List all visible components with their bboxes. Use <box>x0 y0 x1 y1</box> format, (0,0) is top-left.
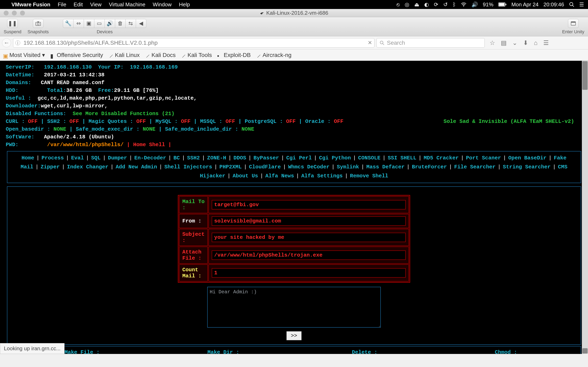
nav-port-scaner[interactable]: Port Scaner <box>466 155 501 161</box>
downloads-icon[interactable]: ⬇ <box>523 39 528 46</box>
tray-icon-1[interactable]: ⎋ <box>396 1 400 8</box>
nav-zipper[interactable]: Zipper <box>41 164 60 170</box>
nav-bc[interactable]: BC <box>173 155 180 161</box>
reader-icon[interactable]: ▤ <box>501 39 506 46</box>
bookmark-kali-docs[interactable]: ⟋ Kali Docs <box>145 52 176 58</box>
pwd-value[interactable]: /var/www/html/phpShells/ <box>47 142 124 148</box>
nav-console[interactable]: CONSOLE <box>358 155 380 161</box>
scrollbar-thumb[interactable] <box>582 61 588 90</box>
nav-home[interactable]: Home <box>21 155 34 161</box>
close-button[interactable] <box>4 11 8 16</box>
scrollbar-down-arrow[interactable] <box>582 348 588 353</box>
nav-alfa-news[interactable]: Alfa News <box>265 173 294 179</box>
disabled-link[interactable]: See More Disabled Functions (21) <box>73 111 175 117</box>
menu-vm[interactable]: Virtual Machine <box>109 1 145 8</box>
app-name[interactable]: VMware Fusion <box>11 1 50 8</box>
device-collapse-icon[interactable]: ◀ <box>136 19 146 28</box>
nav-ssi-shell[interactable]: SSI SHELL <box>388 155 416 161</box>
search-bar[interactable]: Search <box>377 38 485 48</box>
zoom-button[interactable] <box>20 11 25 16</box>
bookmark-kali-tools[interactable]: ⟋ Kali Tools <box>181 52 212 58</box>
stop-icon[interactable]: ✕ <box>368 40 372 46</box>
menubar-time[interactable]: 20:09:46 <box>544 1 564 8</box>
device-share-icon[interactable]: ⇆ <box>125 19 136 28</box>
device-network-icon[interactable]: ⇔ <box>73 19 84 28</box>
nav-bypasser[interactable]: ByPasser <box>253 155 279 161</box>
nav-about-us[interactable]: About Us <box>233 173 258 179</box>
nav-cgi-perl[interactable]: Cgi Perl <box>286 155 312 161</box>
home-icon[interactable]: ⌂ <box>534 39 538 46</box>
url-bar[interactable]: i 192.168.168.130/phpShells/ALFA.SHELL.V… <box>13 38 374 48</box>
bookmark-most-visited[interactable]: ▣ Most Visited ▾ <box>3 52 45 58</box>
nav-remove-shell[interactable]: Remove Shell <box>350 173 388 179</box>
tray-timemachine-icon[interactable]: ↺ <box>443 1 448 8</box>
nav-en-decoder[interactable]: En-Decoder <box>134 155 166 161</box>
nav-php2xml[interactable]: PHP2XML <box>219 164 242 170</box>
from-input[interactable] <box>212 216 406 226</box>
nav-zone-h[interactable]: ZONE-H <box>207 155 226 161</box>
mail-body-textarea[interactable] <box>207 287 381 328</box>
home-shell-link[interactable]: | Home Shell | <box>127 142 171 148</box>
nav-process[interactable]: Process <box>42 155 64 161</box>
nav-cloudflare[interactable]: CloudFlare <box>249 164 281 170</box>
minimize-button[interactable] <box>12 11 17 16</box>
suspend-button[interactable]: ❚❚ <box>7 19 18 28</box>
tray-icon-3[interactable]: ⏏ <box>414 1 419 8</box>
device-usb-icon[interactable]: 🗑 <box>115 19 126 28</box>
nav-index-changer[interactable]: Index Changer <box>67 164 109 170</box>
send-button[interactable]: >> <box>286 331 301 340</box>
nav-open-basedir[interactable]: Open BaseDir <box>508 155 546 161</box>
tray-bluetooth-icon[interactable]: ᛒ <box>453 1 456 8</box>
bookmark-aircrack-ng[interactable]: ⟋ Aircrack-ng <box>256 52 292 58</box>
nav-shell-injectors[interactable]: Shell Injectors <box>164 164 212 170</box>
menubar-date[interactable]: Mon Apr 24 <box>512 1 538 8</box>
tray-icon-5[interactable]: ⟳ <box>434 1 438 8</box>
menu-icon[interactable]: ☰ <box>579 1 584 8</box>
menu-view[interactable]: View <box>90 1 101 8</box>
nav-ddos[interactable]: DDOS <box>234 155 246 161</box>
nav-alfa-settings[interactable]: Alfa Settings <box>301 173 343 179</box>
vertical-scrollbar[interactable] <box>582 61 588 354</box>
pocket-icon[interactable]: ⌄ <box>512 39 517 46</box>
tray-icon-2[interactable]: ◎ <box>405 1 409 8</box>
bookmark-exploit-db[interactable]: ▪ Exploit-DB <box>217 52 251 58</box>
device-sound-icon[interactable]: 🔊 <box>105 19 115 28</box>
menu-help[interactable]: Help <box>179 1 190 8</box>
battery-icon[interactable] <box>498 2 506 7</box>
nav-mass-defacer[interactable]: Mass Defacer <box>366 164 404 170</box>
info-icon[interactable]: i <box>15 41 20 45</box>
device-disk-icon[interactable]: ▣ <box>84 19 94 28</box>
bookmark-offensive-security[interactable]: ▮ Offensive Security <box>50 52 103 58</box>
subject-input[interactable] <box>212 233 406 242</box>
snapshots-button[interactable] <box>33 19 43 28</box>
spotlight-icon[interactable] <box>569 2 574 7</box>
nav-file-searcher[interactable]: File Searcher <box>454 164 496 170</box>
nav-eval[interactable]: Eval <box>71 155 84 161</box>
tray-volume-icon[interactable]: 🔊 <box>471 1 478 8</box>
tray-icon-4[interactable]: ◐ <box>424 1 429 8</box>
nav-symlink[interactable]: Symlink <box>337 164 359 170</box>
menu-window[interactable]: Window <box>153 1 171 8</box>
menu-edit[interactable]: Edit <box>74 1 83 8</box>
hamburger-icon[interactable]: ☰ <box>543 39 549 46</box>
bookmark-star-icon[interactable]: ☆ <box>490 39 495 46</box>
device-display-icon[interactable]: ▭ <box>94 19 105 28</box>
device-settings-icon[interactable]: 🔧 <box>63 19 74 28</box>
enter-unity-button[interactable] <box>568 19 579 28</box>
nav-add-new-admin[interactable]: Add New Admin <box>116 164 157 170</box>
tray-wifi-icon[interactable] <box>461 2 467 7</box>
nav-ssh2[interactable]: SSH2 <box>187 155 200 161</box>
nav-cgi-python[interactable]: Cgi Python <box>319 155 351 161</box>
nav-md5-cracker[interactable]: MD5 Cracker <box>424 155 459 161</box>
nav-dumper[interactable]: Dumper <box>108 155 127 161</box>
nav-whmcs-decoder[interactable]: Whmcs DeCoder <box>288 164 329 170</box>
nav-string-searcher[interactable]: String Searcher <box>503 164 551 170</box>
back-button[interactable]: ← <box>2 38 11 47</box>
count-input[interactable] <box>212 268 406 278</box>
nav-sql[interactable]: SQL <box>91 155 101 161</box>
menu-file[interactable]: File <box>58 1 66 8</box>
bookmark-kali-linux[interactable]: ⟋ Kali Linux <box>109 52 140 58</box>
mailto-input[interactable] <box>212 200 406 209</box>
nav-bruteforcer[interactable]: BruteForcer <box>412 164 447 170</box>
attach-input[interactable] <box>212 250 406 260</box>
